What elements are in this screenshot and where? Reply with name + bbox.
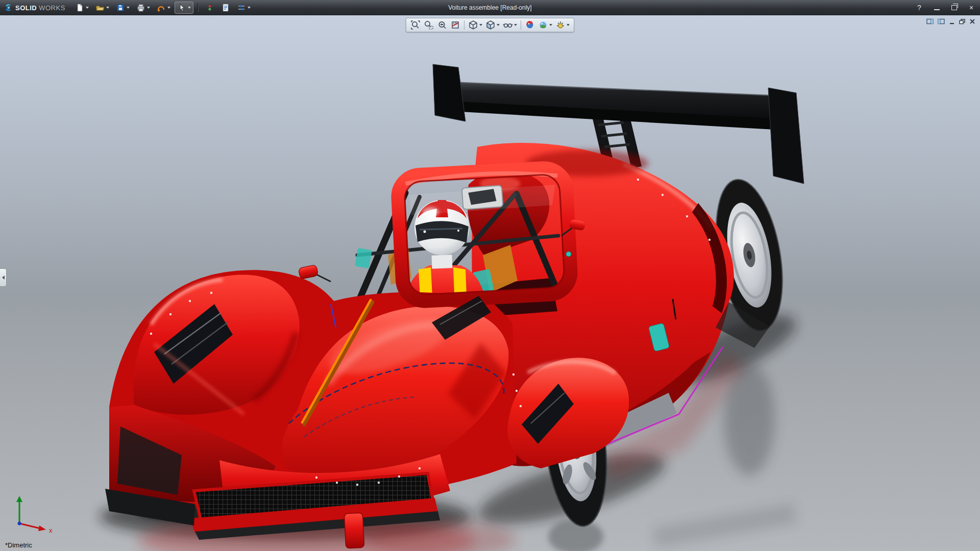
dassault-3ds-logo-icon <box>4 3 13 12</box>
open-folder-icon <box>95 3 105 12</box>
doc-close-icon <box>969 18 976 25</box>
close-button[interactable]: × <box>963 0 980 15</box>
doc-minimize-icon <box>948 18 955 25</box>
appearance-sphere-icon <box>525 20 535 30</box>
chevron-left-icon <box>2 276 5 280</box>
doc-minimize-button[interactable] <box>948 18 955 25</box>
reference-triad[interactable]: x <box>7 490 58 536</box>
eyeglasses-icon <box>503 20 513 30</box>
solidworks-logo: SOLIDWORKS <box>0 3 72 12</box>
zoom-to-fit-icon <box>410 20 421 30</box>
brand-works: WORKS <box>39 4 65 12</box>
view-orientation-button[interactable] <box>467 19 483 31</box>
zoom-to-area-button[interactable] <box>423 19 435 31</box>
roof-intake[interactable] <box>462 185 503 209</box>
view-orientation-cube-icon <box>468 20 478 30</box>
chevron-down-icon[interactable] <box>106 7 109 9</box>
chevron-down-icon[interactable] <box>248 7 251 9</box>
save-button[interactable] <box>113 2 132 14</box>
edit-appearance-button[interactable] <box>524 19 536 31</box>
document-window-controls <box>926 18 976 25</box>
previous-view-button[interactable] <box>436 19 448 31</box>
toolbar-separator <box>521 20 521 30</box>
section-view-icon <box>450 20 460 30</box>
chevron-down-icon[interactable] <box>86 7 89 9</box>
titlebar: SOLIDWORKS <box>0 0 980 15</box>
chevron-down-icon[interactable] <box>167 7 170 9</box>
undo-icon <box>157 3 166 12</box>
3d-scene[interactable] <box>0 15 980 551</box>
help-button[interactable]: ? <box>911 0 928 15</box>
task-pane-icon <box>937 18 945 25</box>
restore-button[interactable] <box>945 0 963 15</box>
display-pane-icon <box>926 18 934 25</box>
window-controls: ? × <box>911 0 980 15</box>
minimize-icon <box>934 9 940 10</box>
toolbar-separator <box>464 20 464 30</box>
doc-restore-icon <box>959 18 966 25</box>
file-properties-icon <box>221 3 230 12</box>
doc-close-button[interactable] <box>969 18 976 25</box>
view-orientation-label: *Dimetric <box>5 541 32 549</box>
rebuild-button[interactable] <box>203 2 217 14</box>
new-document-icon <box>75 3 84 12</box>
print-button[interactable] <box>134 2 153 14</box>
restore-icon <box>951 5 957 10</box>
new-document-button[interactable] <box>72 2 91 14</box>
main-toolbar <box>72 2 253 14</box>
chevron-down-icon[interactable] <box>497 24 500 26</box>
undo-button[interactable] <box>154 2 173 14</box>
select-cursor-icon <box>177 3 186 12</box>
display-style-button[interactable] <box>484 19 501 31</box>
open-button[interactable] <box>93 2 112 14</box>
chevron-down-icon[interactable] <box>147 7 150 9</box>
zoom-to-area-icon <box>424 20 434 30</box>
file-properties-button[interactable] <box>218 2 233 14</box>
view-settings-button[interactable] <box>554 19 571 31</box>
chevron-down-icon[interactable] <box>567 24 570 26</box>
apply-scene-button[interactable] <box>537 19 553 31</box>
minimize-button[interactable] <box>928 0 945 15</box>
zoom-to-fit-button[interactable] <box>409 19 422 31</box>
view-settings-icon <box>555 20 566 30</box>
chevron-down-icon[interactable] <box>188 7 191 9</box>
brand-solid: SOLID <box>15 4 37 12</box>
options-icon <box>237 3 246 12</box>
hide-show-items-button[interactable] <box>502 19 518 31</box>
options-button[interactable] <box>234 2 253 14</box>
scene-sphere-icon <box>538 20 548 30</box>
rebuild-icon <box>205 3 214 12</box>
task-pane-toggle-button[interactable] <box>937 18 945 25</box>
section-view-button[interactable] <box>449 19 461 31</box>
chevron-down-icon[interactable] <box>549 24 552 26</box>
previous-view-icon <box>437 20 447 30</box>
graphics-area[interactable]: x *Dimetric <box>0 15 980 551</box>
select-button[interactable] <box>175 2 193 14</box>
chevron-down-icon[interactable] <box>127 7 130 9</box>
triad-x-label: x <box>49 527 53 534</box>
tow-post[interactable] <box>344 513 364 548</box>
print-icon <box>136 3 145 12</box>
display-pane-toggle-button[interactable] <box>926 18 934 25</box>
headsup-view-toolbar <box>406 18 574 32</box>
featuremanager-flyout-tab[interactable] <box>0 268 7 287</box>
doc-restore-button[interactable] <box>959 18 966 25</box>
display-style-icon <box>485 20 496 30</box>
chevron-down-icon[interactable] <box>479 24 482 26</box>
save-icon <box>116 3 125 12</box>
chevron-down-icon[interactable] <box>514 24 517 26</box>
toolbar-separator <box>198 3 199 12</box>
